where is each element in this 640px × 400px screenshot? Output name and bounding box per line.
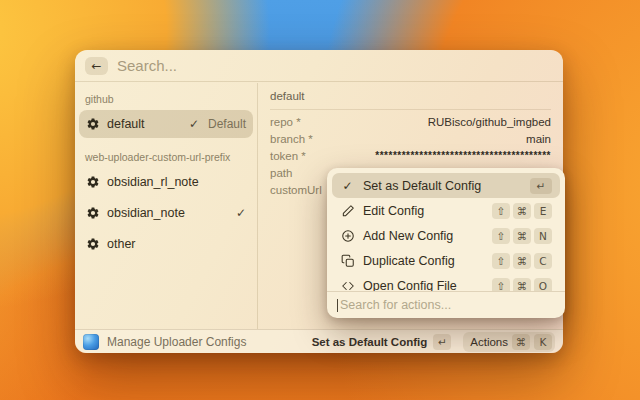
desktop: ← github default ✓ Default web-uploader-… (0, 0, 640, 400)
menu-item-set-default[interactable]: ✓ Set as Default Config ↵ (332, 173, 560, 198)
actions-search-input[interactable]: Search for actions... (327, 291, 565, 318)
field-label: customUrl (270, 184, 322, 196)
extension-icon (83, 334, 99, 350)
plus-circle-icon (340, 228, 355, 243)
detail-title: default (270, 83, 551, 110)
field-repo: repo * RUBisco/github_imgbed (270, 113, 551, 130)
config-item-default[interactable]: default ✓ Default (79, 110, 253, 138)
return-key-icon: ↵ (433, 334, 451, 350)
gear-icon (86, 237, 100, 251)
gear-icon (86, 117, 100, 131)
actions-label: Actions (470, 336, 508, 348)
check-icon: ✓ (189, 117, 199, 131)
menu-item-label: Edit Config (363, 204, 424, 218)
field-value: RUBisco/github_imgbed (301, 116, 551, 128)
gear-icon (86, 206, 100, 220)
section-title-github: github (79, 83, 253, 110)
config-item-other[interactable]: other (79, 230, 253, 258)
field-value: main (313, 133, 551, 145)
duplicate-icon (340, 253, 355, 268)
primary-action-label[interactable]: Set as Default Config (312, 336, 428, 348)
k-key-icon: K (534, 334, 552, 350)
config-item-obsidian-note[interactable]: obsidian_note ✓ (79, 199, 253, 227)
section-title-web-uploader: web-uploader-custom-url-prefix (79, 141, 253, 168)
config-item-obsidian-rl-note[interactable]: obsidian_rl_note (79, 168, 253, 196)
check-icon: ✓ (340, 178, 355, 193)
menu-item-add-new-config[interactable]: Add New Config ⇧ ⌘ N (332, 223, 560, 248)
field-label: branch * (270, 133, 313, 145)
config-item-label: obsidian_rl_note (107, 175, 199, 189)
menu-item-label: Duplicate Config (363, 254, 455, 268)
actions-search-placeholder: Search for actions... (340, 298, 451, 312)
menu-item-open-config-file[interactable]: Open Config File ⇧ ⌘ O (332, 273, 560, 291)
menu-item-edit-config[interactable]: Edit Config ⇧ ⌘ E (332, 198, 560, 223)
search-bar: ← (75, 50, 563, 82)
text-cursor (337, 299, 338, 312)
status-bar: Manage Uploader Configs Set as Default C… (75, 329, 563, 353)
config-item-label: obsidian_note (107, 206, 185, 220)
field-branch: branch * main (270, 130, 551, 147)
extension-title: Manage Uploader Configs (107, 335, 246, 349)
shift-key-icon: ⇧ (492, 203, 510, 219)
menu-item-label: Add New Config (363, 229, 453, 243)
field-label: token * (270, 150, 306, 162)
menu-item-label: Open Config File (363, 279, 457, 292)
n-key-icon: N (534, 228, 552, 244)
gear-icon (86, 175, 100, 189)
shift-key-icon: ⇧ (492, 228, 510, 244)
field-value: **************************************** (306, 150, 551, 161)
o-key-icon: O (534, 278, 552, 292)
check-icon: ✓ (236, 206, 246, 220)
menu-item-duplicate-config[interactable]: Duplicate Config ⇧ ⌘ C (332, 248, 560, 273)
field-token: token * ********************************… (270, 147, 551, 164)
c-key-icon: C (534, 253, 552, 269)
shift-key-icon: ⇧ (492, 278, 510, 292)
field-label: path (270, 167, 292, 179)
default-badge: Default (208, 117, 246, 131)
config-item-label: default (107, 117, 145, 131)
config-item-label: other (107, 237, 136, 251)
command-key-icon: ⌘ (513, 278, 531, 292)
pencil-icon (340, 203, 355, 218)
e-key-icon: E (534, 203, 552, 219)
search-input[interactable] (117, 57, 553, 74)
command-key-icon: ⌘ (513, 228, 531, 244)
actions-button[interactable]: Actions ⌘ K (463, 332, 555, 352)
command-key-icon: ⌘ (513, 203, 531, 219)
shift-key-icon: ⇧ (492, 253, 510, 269)
code-brackets-icon (340, 278, 355, 291)
command-key-icon: ⌘ (512, 334, 530, 350)
back-button[interactable]: ← (85, 57, 108, 75)
actions-menu-list: ✓ Set as Default Config ↵ Edit Config ⇧ … (327, 168, 565, 291)
return-key-icon: ↵ (530, 178, 552, 194)
command-key-icon: ⌘ (513, 253, 531, 269)
menu-item-label: Set as Default Config (363, 179, 481, 193)
field-label: repo * (270, 116, 301, 128)
config-list: github default ✓ Default web-uploader-cu… (75, 83, 258, 329)
actions-menu: ✓ Set as Default Config ↵ Edit Config ⇧ … (327, 168, 565, 318)
